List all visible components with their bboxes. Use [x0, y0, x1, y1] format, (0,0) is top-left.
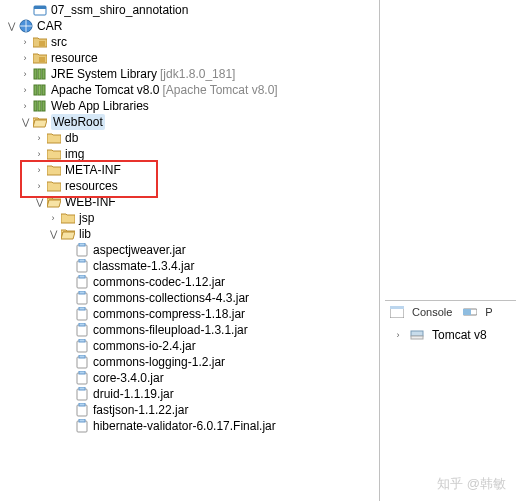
tree-item-db[interactable]: › db [0, 130, 379, 146]
svg-rect-23 [79, 307, 85, 310]
tree-item-label: jsp [79, 210, 94, 226]
tree-item-jar[interactable]: fastjson-1.1.22.jar [0, 402, 379, 418]
tree-item-label: commons-io-2.4.jar [93, 338, 196, 354]
svg-rect-14 [77, 245, 87, 256]
expander-icon[interactable]: › [32, 163, 46, 177]
console-view-header[interactable]: Console P [385, 301, 516, 323]
svg-rect-18 [77, 277, 87, 288]
folder-icon [46, 130, 62, 146]
tree-item-jar[interactable]: commons-io-2.4.jar [0, 338, 379, 354]
console-tab-label: Console [412, 306, 452, 318]
expander-icon[interactable]: › [32, 179, 46, 193]
tree-item-label: META-INF [65, 162, 121, 178]
tree-item-label: Apache Tomcat v8.0 [51, 82, 160, 98]
tree-item-label: commons-collections4-4.3.jar [93, 290, 249, 306]
tree-item-jar[interactable]: commons-codec-1.12.jar [0, 274, 379, 290]
expander-icon[interactable]: › [391, 328, 405, 342]
tree-item-jar[interactable]: core-3.4.0.jar [0, 370, 379, 386]
tree-item-label: resources [65, 178, 118, 194]
jar-icon [74, 338, 90, 354]
tree-item-label: src [51, 34, 67, 50]
tree-item-label: classmate-1.3.4.jar [93, 258, 194, 274]
tree-item-src[interactable]: › src [0, 34, 379, 50]
jar-icon [74, 354, 90, 370]
svg-rect-30 [77, 373, 87, 384]
project-explorer-tree[interactable]: 07_ssm_shiro_annotation ⋁ CAR › src › re… [0, 0, 380, 501]
tree-item-webinf[interactable]: ⋁ WEB-INF [0, 194, 379, 210]
tree-item-jar[interactable]: druid-1.1.19.jar [0, 386, 379, 402]
console-icon [389, 304, 405, 320]
expander-icon[interactable]: › [46, 211, 60, 225]
jar-icon [74, 402, 90, 418]
folder-icon [60, 210, 76, 226]
tree-item-jre[interactable]: › JRE System Library [jdk1.8.0_181] [0, 66, 379, 82]
library-icon [32, 98, 48, 114]
svg-rect-16 [77, 261, 87, 272]
tree-item-lib[interactable]: ⋁ lib [0, 226, 379, 242]
tree-item-annotation[interactable]: 07_ssm_shiro_annotation [0, 2, 379, 18]
expander-icon[interactable]: › [18, 51, 32, 65]
tree-item-resource[interactable]: › resource [0, 50, 379, 66]
svg-rect-17 [79, 259, 85, 262]
expander-icon[interactable]: ⋁ [4, 19, 18, 33]
svg-rect-32 [77, 389, 87, 400]
tree-item-jar[interactable]: commons-collections4-4.3.jar [0, 290, 379, 306]
tree-item-label: lib [79, 226, 91, 242]
tree-item-jar[interactable]: aspectjweaver.jar [0, 242, 379, 258]
svg-rect-27 [79, 339, 85, 342]
jar-icon [74, 258, 90, 274]
tree-item-img[interactable]: › img [0, 146, 379, 162]
tree-item-label: 07_ssm_shiro_annotation [51, 2, 188, 18]
tree-item-metainf[interactable]: › META-INF [0, 162, 379, 178]
svg-rect-10 [42, 85, 45, 95]
svg-rect-24 [77, 325, 87, 336]
svg-rect-43 [411, 336, 423, 339]
expander-icon[interactable]: ⋁ [32, 195, 46, 209]
source-folder-icon [32, 50, 48, 66]
jar-icon [74, 242, 90, 258]
expander-icon[interactable]: › [18, 99, 32, 113]
tree-item-label: db [65, 130, 78, 146]
tree-item-webroot[interactable]: ⋁ WebRoot [0, 114, 379, 130]
tree-item-label: hibernate-validator-6.0.17.Final.jar [93, 418, 276, 434]
expander-icon[interactable]: › [18, 67, 32, 81]
tree-item-label: WEB-INF [65, 194, 116, 210]
tree-item-label: Web App Libraries [51, 98, 149, 114]
expander-icon[interactable]: › [18, 83, 32, 97]
source-folder-icon [32, 34, 48, 50]
project-icon [32, 2, 48, 18]
tree-item-car[interactable]: ⋁ CAR [0, 18, 379, 34]
tree-item-tomcat[interactable]: › Apache Tomcat v8.0 [Apache Tomcat v8.0… [0, 82, 379, 98]
expander-icon[interactable]: › [18, 35, 32, 49]
progress-tab-label: P [485, 306, 492, 318]
tree-item-label: core-3.4.0.jar [93, 370, 164, 386]
svg-rect-41 [463, 309, 471, 315]
tree-item-jar[interactable]: commons-compress-1.18.jar [0, 306, 379, 322]
tree-item-jsp[interactable]: › jsp [0, 210, 379, 226]
jar-icon [74, 418, 90, 434]
folder-open-icon [60, 226, 76, 242]
tree-item-webapp-libs[interactable]: › Web App Libraries [0, 98, 379, 114]
tree-item-resources[interactable]: › resources [0, 178, 379, 194]
tree-item-jar[interactable]: classmate-1.3.4.jar [0, 258, 379, 274]
svg-rect-36 [77, 421, 87, 432]
progress-icon [462, 304, 478, 320]
watermark: 知乎 @韩敏 [437, 475, 506, 493]
svg-rect-35 [79, 403, 85, 406]
expander-icon[interactable]: › [32, 147, 46, 161]
right-panel: Console P › Tomcat v8 [381, 0, 516, 501]
expander-icon[interactable]: ⋁ [18, 115, 32, 129]
svg-rect-29 [79, 355, 85, 358]
svg-rect-4 [39, 57, 45, 62]
svg-rect-1 [34, 6, 46, 9]
tree-item-jar[interactable]: hibernate-validator-6.0.17.Final.jar [0, 418, 379, 434]
server-item[interactable]: › Tomcat v8 [391, 327, 510, 343]
console-view[interactable]: Console P › Tomcat v8 [385, 300, 516, 347]
expander-icon[interactable]: ⋁ [46, 227, 60, 241]
tree-item-jar[interactable]: commons-fileupload-1.3.1.jar [0, 322, 379, 338]
svg-rect-34 [77, 405, 87, 416]
tree-item-jar[interactable]: commons-logging-1.2.jar [0, 354, 379, 370]
tree-item-version: [jdk1.8.0_181] [160, 66, 235, 82]
expander-icon[interactable]: › [32, 131, 46, 145]
tree-item-label: commons-fileupload-1.3.1.jar [93, 322, 248, 338]
